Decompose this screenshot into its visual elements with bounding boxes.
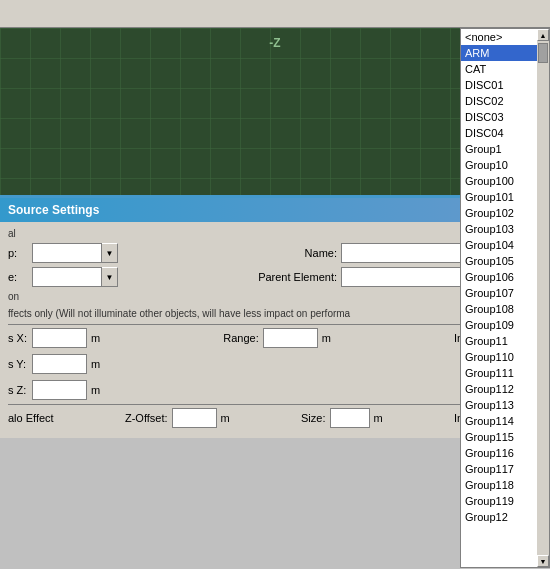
pos-x-input[interactable]: 0 [32, 328, 87, 348]
pos-y-input[interactable]: 0,6 [32, 354, 87, 374]
viewport-label: -Z [269, 36, 280, 50]
pos-y-label: s Y: [8, 358, 28, 370]
pos-x-label: s X: [8, 332, 28, 344]
parent-label: Parent Element: [258, 271, 337, 283]
size-label: Size: [301, 412, 325, 424]
dropdown-item[interactable]: CAT [461, 61, 537, 77]
dropdown-item[interactable]: Group105 [461, 253, 537, 269]
size-input[interactable]: 4 [330, 408, 370, 428]
subtype-input[interactable]: Spot [32, 267, 102, 287]
dropdown-item[interactable]: DISC03 [461, 109, 537, 125]
dropdown-item[interactable]: Group113 [461, 397, 537, 413]
dropdown-item[interactable]: DISC04 [461, 125, 537, 141]
subtype-combo[interactable]: Spot ▼ [32, 267, 118, 287]
dropdown-item[interactable]: Group117 [461, 461, 537, 477]
subtype-label: e: [8, 271, 28, 283]
dropdown-item[interactable]: Group12 [461, 509, 537, 525]
dropdown-item[interactable]: Group108 [461, 301, 537, 317]
dropdown-item[interactable]: <none> [461, 29, 537, 45]
dropdown-item[interactable]: Group102 [461, 205, 537, 221]
dropdown-item[interactable]: ARM [461, 45, 537, 61]
dropdown-item[interactable]: Group116 [461, 445, 537, 461]
subtype-dropdown-arrow[interactable]: ▼ [102, 267, 118, 287]
dropdown-item[interactable]: Group103 [461, 221, 537, 237]
type-combo[interactable]: Custom ▼ [32, 243, 118, 263]
dropdown-item[interactable]: Group106 [461, 269, 537, 285]
top-bar [0, 0, 550, 28]
dropdown-item[interactable]: Group11 [461, 333, 537, 349]
dropdown-item[interactable]: Group10 [461, 157, 537, 173]
zoffset-unit: m [221, 412, 230, 424]
parent-dropdown[interactable]: <none>ARMCATDISC01DISC02DISC03DISC04Grou… [460, 28, 550, 568]
dropdown-item[interactable]: Group104 [461, 237, 537, 253]
on-label: on [8, 291, 28, 302]
pos-z-label: s Z: [8, 384, 28, 396]
dropdown-item[interactable]: Group109 [461, 317, 537, 333]
section-title: Source Settings [8, 203, 99, 217]
pos-z-input[interactable]: -7,3 [32, 380, 87, 400]
pos-x-unit: m [91, 332, 100, 344]
zoffset-input[interactable]: 0,3 [172, 408, 217, 428]
dropdown-list: <none>ARMCATDISC01DISC02DISC03DISC04Grou… [461, 29, 549, 525]
dropdown-item[interactable]: DISC01 [461, 77, 537, 93]
range-input[interactable]: 100 [263, 328, 318, 348]
al-label: al [8, 228, 28, 239]
range-label: Range: [223, 332, 258, 344]
dropdown-item[interactable]: Group111 [461, 365, 537, 381]
dropdown-item[interactable]: Group112 [461, 381, 537, 397]
pos-z-unit: m [91, 384, 100, 396]
dropdown-item[interactable]: Group1 [461, 141, 537, 157]
dropdown-item[interactable]: Group118 [461, 477, 537, 493]
scroll-down-btn[interactable]: ▼ [537, 555, 549, 567]
type-dropdown-arrow[interactable]: ▼ [102, 243, 118, 263]
dropdown-item[interactable]: Group115 [461, 429, 537, 445]
type-input[interactable]: Custom [32, 243, 102, 263]
zoffset-label: Z-Offset: [125, 412, 168, 424]
dropdown-item[interactable]: Group119 [461, 493, 537, 509]
dropdown-item[interactable]: Group107 [461, 285, 537, 301]
dropdown-item[interactable]: Group110 [461, 349, 537, 365]
scroll-up-btn[interactable]: ▲ [537, 29, 549, 41]
dropdown-item[interactable]: DISC02 [461, 93, 537, 109]
dropdown-item[interactable]: Group100 [461, 173, 537, 189]
dropdown-item[interactable]: Group101 [461, 189, 537, 205]
range-unit: m [322, 332, 331, 344]
name-label: Name: [305, 247, 337, 259]
pos-y-unit: m [91, 358, 100, 370]
halo-label: alo Effect [8, 412, 54, 424]
scroll-thumb[interactable] [538, 43, 548, 63]
scrollbar[interactable]: ▲ ▼ [537, 29, 549, 567]
dropdown-item[interactable]: Group114 [461, 413, 537, 429]
size-unit: m [374, 412, 383, 424]
type-label: p: [8, 247, 28, 259]
